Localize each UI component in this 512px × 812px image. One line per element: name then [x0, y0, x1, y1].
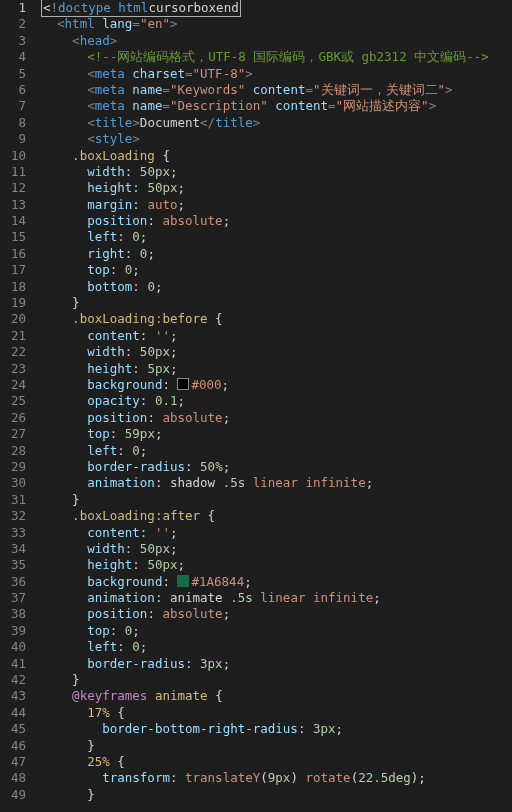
line-number: 5 [0, 66, 26, 82]
line-number: 11 [0, 164, 26, 180]
code-line[interactable]: <meta charset="UTF-8"> [42, 66, 512, 82]
code-line[interactable]: content: ''; [42, 525, 512, 541]
code-line[interactable]: .boxLoading:before { [42, 311, 512, 327]
code-line[interactable]: } [42, 787, 512, 803]
line-number: 26 [0, 410, 26, 426]
line-number: 49 [0, 787, 26, 803]
code-line[interactable]: height: 5px; [42, 361, 512, 377]
code-line[interactable]: content: ''; [42, 328, 512, 344]
line-number: 1 [0, 0, 26, 16]
line-number: 34 [0, 541, 26, 557]
line-number: 43 [0, 688, 26, 704]
line-number: 14 [0, 213, 26, 229]
code-line[interactable]: position: absolute; [42, 410, 512, 426]
line-number: 8 [0, 115, 26, 131]
code-line[interactable]: transform: translateY(9px) rotate(22.5de… [42, 770, 512, 786]
code-line[interactable]: border-bottom-right-radius: 3px; [42, 721, 512, 737]
line-number: 23 [0, 361, 26, 377]
line-number: 45 [0, 721, 26, 737]
code-line[interactable]: left: 0; [42, 443, 512, 459]
line-number: 40 [0, 639, 26, 655]
line-number: 30 [0, 475, 26, 491]
code-line[interactable]: <!doctype htmlcursorboxend [42, 0, 512, 16]
line-number: 41 [0, 656, 26, 672]
code-line[interactable]: width: 50px; [42, 344, 512, 360]
code-line[interactable]: .boxLoading:after { [42, 508, 512, 524]
code-line[interactable]: top: 59px; [42, 426, 512, 442]
code-line[interactable]: <html lang="en"> [42, 16, 512, 32]
code-line[interactable]: <head> [42, 33, 512, 49]
code-line[interactable]: 17% { [42, 705, 512, 721]
code-line[interactable]: position: absolute; [42, 213, 512, 229]
color-swatch-icon [177, 575, 189, 587]
code-line[interactable]: <meta name="Description" content="网站描述内容… [42, 98, 512, 114]
code-line[interactable]: animation: shadow .5s linear infinite; [42, 475, 512, 491]
code-line[interactable]: height: 50px; [42, 180, 512, 196]
line-number: 22 [0, 344, 26, 360]
code-line[interactable]: <meta name="Keywords" content="关键词一，关键词二… [42, 82, 512, 98]
code-line[interactable]: border-radius: 3px; [42, 656, 512, 672]
line-number: 36 [0, 574, 26, 590]
code-line[interactable]: animation: animate .5s linear infinite; [42, 590, 512, 606]
code-line[interactable]: opacity: 0.1; [42, 393, 512, 409]
line-number: 7 [0, 98, 26, 114]
code-line[interactable]: <style> [42, 131, 512, 147]
line-number: 48 [0, 770, 26, 786]
line-number: 35 [0, 557, 26, 573]
code-line[interactable]: @keyframes animate { [42, 688, 512, 704]
line-number: 18 [0, 279, 26, 295]
code-line[interactable]: <!--网站编码格式，UTF-8 国际编码，GBK或 gb2312 中文编码--… [42, 49, 512, 65]
code-line[interactable]: top: 0; [42, 623, 512, 639]
line-number: 33 [0, 525, 26, 541]
line-number: 19 [0, 295, 26, 311]
code-line[interactable]: background: #1A6844; [42, 574, 512, 590]
line-number: 37 [0, 590, 26, 606]
code-line[interactable]: right: 0; [42, 246, 512, 262]
line-number: 29 [0, 459, 26, 475]
code-line[interactable]: <title>Document</title> [42, 115, 512, 131]
line-number: 13 [0, 197, 26, 213]
color-swatch-icon [177, 378, 189, 390]
line-number: 6 [0, 82, 26, 98]
line-number: 3 [0, 33, 26, 49]
line-number: 21 [0, 328, 26, 344]
code-line[interactable]: width: 50px; [42, 541, 512, 557]
line-number: 20 [0, 311, 26, 327]
line-number: 31 [0, 492, 26, 508]
code-line[interactable]: bottom: 0; [42, 279, 512, 295]
line-number: 12 [0, 180, 26, 196]
line-number: 15 [0, 229, 26, 245]
code-line[interactable]: } [42, 295, 512, 311]
line-number-gutter: 1234567891011121314151617181920212223242… [0, 0, 34, 812]
code-line[interactable]: background: #000; [42, 377, 512, 393]
line-number: 17 [0, 262, 26, 278]
code-line[interactable]: left: 0; [42, 229, 512, 245]
code-line[interactable]: position: absolute; [42, 606, 512, 622]
code-line[interactable]: height: 50px; [42, 557, 512, 573]
line-number: 27 [0, 426, 26, 442]
code-line[interactable]: border-radius: 50%; [42, 459, 512, 475]
line-number: 32 [0, 508, 26, 524]
line-number: 25 [0, 393, 26, 409]
code-line[interactable]: } [42, 492, 512, 508]
line-number: 38 [0, 606, 26, 622]
line-number: 28 [0, 443, 26, 459]
line-number: 9 [0, 131, 26, 147]
line-number: 42 [0, 672, 26, 688]
code-line[interactable]: } [42, 672, 512, 688]
line-number: 2 [0, 16, 26, 32]
code-area[interactable]: <!doctype htmlcursorboxend <html lang="e… [34, 0, 512, 812]
code-line[interactable]: .boxLoading { [42, 148, 512, 164]
line-number: 39 [0, 623, 26, 639]
code-line[interactable]: } [42, 738, 512, 754]
line-number: 10 [0, 148, 26, 164]
line-number: 44 [0, 705, 26, 721]
code-line[interactable]: top: 0; [42, 262, 512, 278]
code-line[interactable]: 25% { [42, 754, 512, 770]
line-number: 24 [0, 377, 26, 393]
code-line[interactable]: width: 50px; [42, 164, 512, 180]
code-editor[interactable]: 1234567891011121314151617181920212223242… [0, 0, 512, 812]
code-line[interactable]: margin: auto; [42, 197, 512, 213]
line-number: 46 [0, 738, 26, 754]
code-line[interactable]: left: 0; [42, 639, 512, 655]
